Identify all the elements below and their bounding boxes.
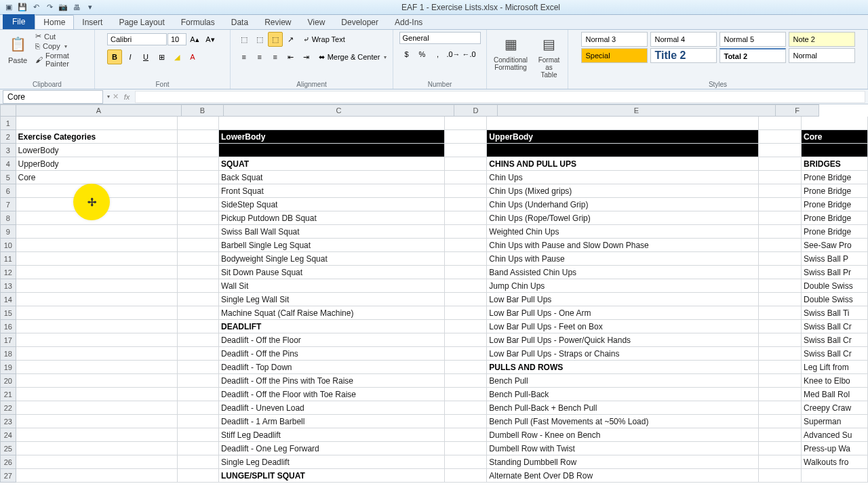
- row-header[interactable]: 6: [0, 184, 16, 198]
- row-header[interactable]: 14: [0, 293, 16, 306]
- cell[interactable]: Prone Bridge: [802, 225, 868, 239]
- row-header[interactable]: 16: [0, 320, 16, 333]
- row-header[interactable]: 19: [0, 361, 16, 374]
- cell[interactable]: [759, 415, 802, 428]
- cell[interactable]: Single Leg Wall Sit: [219, 293, 445, 306]
- cell[interactable]: [759, 130, 802, 144]
- select-all-button[interactable]: [0, 104, 16, 117]
- cell[interactable]: [759, 333, 802, 347]
- cell[interactable]: [445, 171, 488, 184]
- fx-icon[interactable]: fx: [121, 93, 132, 101]
- paste-button[interactable]: 📋 Paste: [4, 32, 31, 66]
- cell[interactable]: Prone Bridge: [802, 171, 868, 184]
- cell[interactable]: Low Bar Pull Ups: [487, 293, 759, 306]
- cell[interactable]: [16, 293, 178, 306]
- cell[interactable]: Knee to Elbo: [802, 374, 868, 388]
- orientation-icon[interactable]: ↗: [283, 32, 298, 47]
- row-header[interactable]: 8: [0, 211, 16, 225]
- cell[interactable]: [16, 306, 178, 320]
- cell[interactable]: Exercise Categories: [16, 130, 178, 144]
- cell[interactable]: Swiss Ball Cr: [802, 347, 868, 361]
- save-icon[interactable]: 💾: [16, 1, 28, 14]
- cell[interactable]: [759, 469, 802, 483]
- cut-button[interactable]: ✂Cut: [35, 32, 90, 41]
- cell[interactable]: [178, 266, 219, 279]
- cell[interactable]: [178, 157, 219, 171]
- style-normal-3[interactable]: Normal 3: [581, 32, 648, 47]
- cell[interactable]: [759, 157, 802, 171]
- cell[interactable]: [178, 252, 219, 266]
- cell[interactable]: DEADLIFT: [219, 320, 445, 333]
- cell[interactable]: [178, 320, 219, 333]
- cell[interactable]: [759, 442, 802, 455]
- cell[interactable]: [16, 333, 178, 347]
- cell[interactable]: BRIDGES: [802, 157, 868, 171]
- cell[interactable]: Dumbell Row with Twist: [487, 442, 759, 455]
- cell[interactable]: Jump Chin Ups: [487, 279, 759, 293]
- cell[interactable]: [16, 225, 178, 239]
- cell[interactable]: [759, 117, 802, 130]
- cell[interactable]: [445, 117, 488, 130]
- merge-center-button[interactable]: ⬌Merge & Center▾: [319, 53, 387, 62]
- cell[interactable]: [759, 374, 802, 388]
- cell[interactable]: [16, 388, 178, 401]
- cell[interactable]: Prone Bridge: [802, 211, 868, 225]
- tab-file[interactable]: File: [3, 14, 35, 29]
- style-total-2[interactable]: Total 2: [719, 48, 786, 63]
- cell[interactable]: [16, 469, 178, 483]
- cell[interactable]: Swiss Ball Ti: [802, 306, 868, 320]
- cell[interactable]: [178, 442, 219, 455]
- row-header[interactable]: 10: [0, 239, 16, 252]
- tab-formulas[interactable]: Formulas: [173, 16, 223, 29]
- cell[interactable]: [445, 157, 488, 171]
- cell[interactable]: Swiss Ball Wall Squat: [219, 225, 445, 239]
- cell[interactable]: [178, 225, 219, 239]
- currency-icon[interactable]: $: [399, 47, 414, 62]
- cell[interactable]: [16, 320, 178, 333]
- cell[interactable]: Low Bar Pull Ups - Straps or Chains: [487, 347, 759, 361]
- cell[interactable]: [759, 293, 802, 306]
- shrink-font-icon[interactable]: A▾: [203, 32, 218, 47]
- cell[interactable]: Deadlift - Off the Floor: [219, 333, 445, 347]
- cell[interactable]: [445, 333, 488, 347]
- col-header[interactable]: C: [224, 104, 454, 117]
- cell[interactable]: [759, 252, 802, 266]
- cell[interactable]: Chin Ups (Underhand Grip): [487, 198, 759, 211]
- border-button[interactable]: ⊞: [154, 49, 169, 64]
- cell[interactable]: [445, 266, 488, 279]
- cell[interactable]: [445, 455, 488, 469]
- cell[interactable]: Double Swiss: [802, 293, 868, 306]
- tab-developer[interactable]: Developer: [333, 16, 387, 29]
- cell[interactable]: Deadlift - Off the Pins with Toe Raise: [219, 374, 445, 388]
- row-header[interactable]: 7: [0, 198, 16, 211]
- cell[interactable]: LUNGE/SPLIT SQUAT: [219, 469, 445, 483]
- cell[interactable]: [178, 333, 219, 347]
- cell[interactable]: Leg Lift from: [802, 361, 868, 374]
- cell[interactable]: [178, 198, 219, 211]
- cell[interactable]: [178, 130, 219, 144]
- cell[interactable]: Wall Sit: [219, 279, 445, 293]
- cell[interactable]: Deadlift - Off the Floor with Toe Raise: [219, 388, 445, 401]
- cell[interactable]: [759, 401, 802, 415]
- cell[interactable]: [16, 415, 178, 428]
- cell[interactable]: Chin Ups with Pause: [487, 252, 759, 266]
- cell[interactable]: SQUAT: [219, 157, 445, 171]
- cell[interactable]: [759, 388, 802, 401]
- col-header[interactable]: A: [16, 104, 182, 117]
- align-top-icon[interactable]: ⬚: [237, 32, 252, 47]
- italic-button[interactable]: I: [123, 49, 138, 64]
- row-header[interactable]: 15: [0, 306, 16, 320]
- row-header[interactable]: 5: [0, 171, 16, 184]
- cell[interactable]: Prone Bridge: [802, 184, 868, 198]
- undo-icon[interactable]: ↶: [30, 1, 42, 14]
- cell[interactable]: [759, 198, 802, 211]
- formula-bar[interactable]: [135, 91, 865, 103]
- cell[interactable]: Creepy Craw: [802, 401, 868, 415]
- cell[interactable]: [445, 347, 488, 361]
- cell[interactable]: Swiss Ball Cr: [802, 333, 868, 347]
- cell[interactable]: [802, 469, 868, 483]
- cell[interactable]: [178, 455, 219, 469]
- excel-icon[interactable]: ▣: [3, 1, 15, 14]
- cell[interactable]: [759, 279, 802, 293]
- cell[interactable]: [178, 279, 219, 293]
